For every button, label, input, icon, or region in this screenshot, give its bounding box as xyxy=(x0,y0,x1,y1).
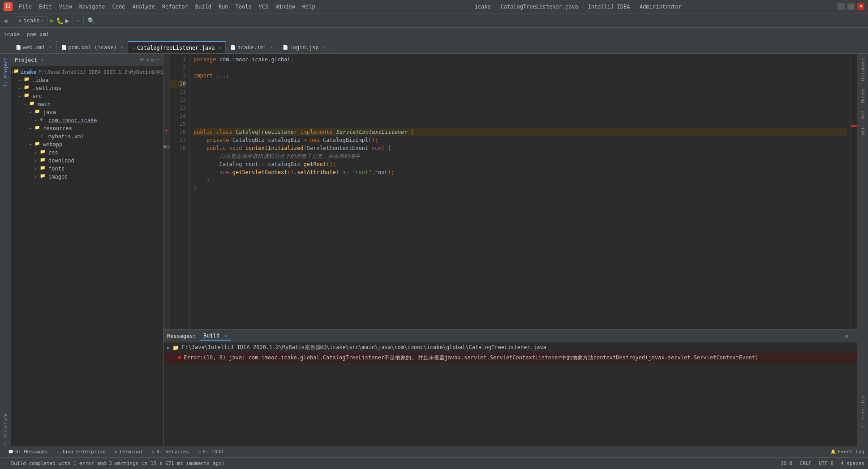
messages-tab-icon: 💬 xyxy=(8,449,13,454)
hide-icon[interactable]: ─ xyxy=(156,57,159,63)
tab-catalog-listener[interactable]: ☕ CatalogTreeListener.java ✕ xyxy=(128,41,226,53)
toolbar: ◀ ▶ icake ▾ ▶ 🐛 ▶ ↶ 🔍 xyxy=(0,13,868,28)
tree-item-main[interactable]: ▾ 📁 main xyxy=(11,100,163,108)
tab-icake-iml[interactable]: 📄 icake.iml ✕ xyxy=(226,41,278,53)
menu-edit[interactable]: Edit xyxy=(35,3,56,11)
bottom-tab-todo[interactable]: ☑ 6: TODO xyxy=(193,448,228,456)
tree-item-idea[interactable]: ▸ 📁 .idea xyxy=(11,76,163,84)
menu-run[interactable]: Run xyxy=(215,3,232,11)
tree-item-webapp[interactable]: ▾ 📁 webapp xyxy=(11,141,163,149)
line-ending[interactable]: CRLF xyxy=(799,460,812,466)
favorites-toggle[interactable]: 2: Favorites xyxy=(859,392,867,431)
settings-icon[interactable]: ⚙ xyxy=(151,57,155,63)
cursor-position[interactable]: 10:8 xyxy=(781,460,793,466)
right-bottom-panel: 2: Favorites xyxy=(857,392,868,446)
tree-arrow-fonts: ▸ xyxy=(34,166,40,171)
run-with-coverage-button[interactable]: ▶ xyxy=(65,17,69,24)
tree-item-package[interactable]: ▾ ▣ com.imooc.icake xyxy=(11,116,163,124)
tree-item-java[interactable]: ▾ 📁 java xyxy=(11,108,163,116)
menu-code[interactable]: Code xyxy=(109,3,129,11)
run-button[interactable]: ▶ xyxy=(50,16,54,25)
minimize-button[interactable]: ─ xyxy=(838,3,845,10)
tab-web-xml[interactable]: 📄 web.xml ✕ xyxy=(11,41,57,53)
tree-item-settings[interactable]: ▸ 📁 .settings xyxy=(11,84,163,92)
tab-close-catalog[interactable]: ✕ xyxy=(218,45,221,50)
msg-tab-build-close[interactable]: ✕ xyxy=(224,333,227,338)
structure-toggle[interactable]: 2: Structure xyxy=(1,410,10,449)
menu-analyze[interactable]: Analyze xyxy=(129,3,159,11)
indent-info[interactable]: 4 spaces xyxy=(841,460,864,466)
messages-close-icon[interactable]: ─ xyxy=(850,333,853,339)
tree-item-mybatis-xml[interactable]: ▸ 🗸 mybatis.xml xyxy=(11,132,163,141)
code-line-6 xyxy=(193,96,847,104)
folder-icon-fonts: 📁 xyxy=(40,165,47,172)
xml-icon-mybatis: 🗸 xyxy=(40,133,47,140)
event-log-label[interactable]: Event Log xyxy=(838,449,864,455)
breadcrumb-file[interactable]: pom.xml xyxy=(26,31,49,38)
nav-back-icon[interactable]: ◀ xyxy=(4,17,7,24)
tab-close-iml[interactable]: ✕ xyxy=(271,45,273,50)
tree-arrow-images: ▸ xyxy=(34,175,40,179)
menu-navigate[interactable]: Navigate xyxy=(76,3,109,11)
tab-close-jsp[interactable]: ✕ xyxy=(322,45,325,50)
breadcrumb-project[interactable]: icake xyxy=(4,31,20,38)
gutter-11 xyxy=(163,134,169,142)
tree-item-icake[interactable]: ▾ 📁 icake F:\Java\IntelliJ IDEA 2020.1.2… xyxy=(11,68,163,76)
error-marker-10: ● xyxy=(165,128,168,132)
collapse-all-icon[interactable]: ≡ xyxy=(146,57,149,63)
close-button[interactable]: ✕ xyxy=(857,3,864,10)
tree-item-images[interactable]: ▸ 📁 images xyxy=(11,173,163,181)
menu-refactor[interactable]: Refactor xyxy=(159,3,192,11)
menu-vcs[interactable]: VCS xyxy=(255,3,272,11)
menu-file[interactable]: File xyxy=(15,3,35,11)
code-line-15: sce.getServletContext().setAttribute( s:… xyxy=(193,168,847,176)
tree-label-resources: resources xyxy=(43,125,72,132)
run-config-dropdown-icon[interactable]: ▾ xyxy=(42,18,44,23)
messages-settings-icon[interactable]: ⚙ xyxy=(845,333,848,339)
tree-arrow-src: ▾ xyxy=(18,94,24,98)
menu-window[interactable]: Window xyxy=(272,3,298,11)
database-panel-toggle[interactable]: Database xyxy=(858,54,868,85)
sync-icon[interactable]: ⟳ xyxy=(140,57,144,63)
tab-login-jsp[interactable]: 📄 login.jsp ✕ xyxy=(278,41,330,53)
maximize-button[interactable]: □ xyxy=(847,3,855,10)
bottom-tab-terminal[interactable]: ▶ Terminal xyxy=(110,448,147,456)
ant-panel-toggle[interactable]: Ant xyxy=(858,107,868,123)
todo-tab-label: 6: TODO xyxy=(202,449,223,455)
search-everything-icon[interactable]: 🔍 xyxy=(87,17,95,24)
revert-icon[interactable]: ↶ xyxy=(77,17,80,24)
code-line-5 xyxy=(193,88,847,96)
tree-item-download[interactable]: ▸ 📁 download xyxy=(11,157,163,165)
tree-item-fonts[interactable]: ▸ 📁 fonts xyxy=(11,165,163,173)
maven-panel-toggle[interactable]: Maven xyxy=(858,85,868,107)
msg-row-error[interactable]: ● Error:(10, 8) java: com.imooc.icake.gl… xyxy=(163,353,857,363)
project-panel-toggle[interactable]: 1: Project xyxy=(1,54,10,90)
msg-row-folder[interactable]: ▶ 📁 F:\Java\IntelliJ IDEA 2020.1.2\MyBat… xyxy=(163,342,857,353)
tree-item-src[interactable]: ▾ 📁 src xyxy=(11,92,163,100)
msg-expand-icon[interactable]: ▶ xyxy=(167,345,170,350)
editor-tabs: 📄 web.xml ✕ 📄 pom.xml (icake) ✕ ☕ Catalo… xyxy=(0,41,868,54)
tab-pom-xml[interactable]: 📄 pom.xml (icake) ✕ xyxy=(57,41,128,53)
gutter-10: ● xyxy=(163,126,169,134)
tree-item-css[interactable]: ▸ 📁 css xyxy=(11,149,163,157)
tree-item-resources[interactable]: ▾ 📁 resources xyxy=(11,124,163,132)
bottom-tab-messages[interactable]: 💬 0: Messages xyxy=(4,448,52,456)
menu-view[interactable]: View xyxy=(56,3,76,11)
encoding[interactable]: UTF-8 xyxy=(819,460,834,466)
menu-help[interactable]: Help xyxy=(299,3,319,11)
project-dropdown-icon[interactable]: ▾ xyxy=(41,57,44,62)
menu-build[interactable]: Build xyxy=(192,3,215,11)
code-content[interactable]: package com.imooc.icake.global; import .… xyxy=(190,54,851,329)
ln-15: 15 xyxy=(170,120,186,128)
bottom-tab-services[interactable]: ⚙ 8: Services xyxy=(147,448,193,456)
debug-button[interactable]: 🐛 xyxy=(56,17,64,24)
tab-close-web-xml[interactable]: ✕ xyxy=(49,45,52,50)
tab-close-pom[interactable]: ✕ xyxy=(120,45,123,50)
ln-2: 2 xyxy=(170,64,186,72)
msg-tab-build[interactable]: Build ✕ xyxy=(200,332,231,341)
code-line-7 xyxy=(193,104,847,112)
menu-tools[interactable]: Tools xyxy=(232,3,255,11)
gutter-6 xyxy=(163,94,169,102)
web-panel-toggle[interactable]: Web xyxy=(858,123,868,139)
bottom-tab-java-enterprise[interactable]: ☕ Java Enterprise xyxy=(52,448,110,456)
